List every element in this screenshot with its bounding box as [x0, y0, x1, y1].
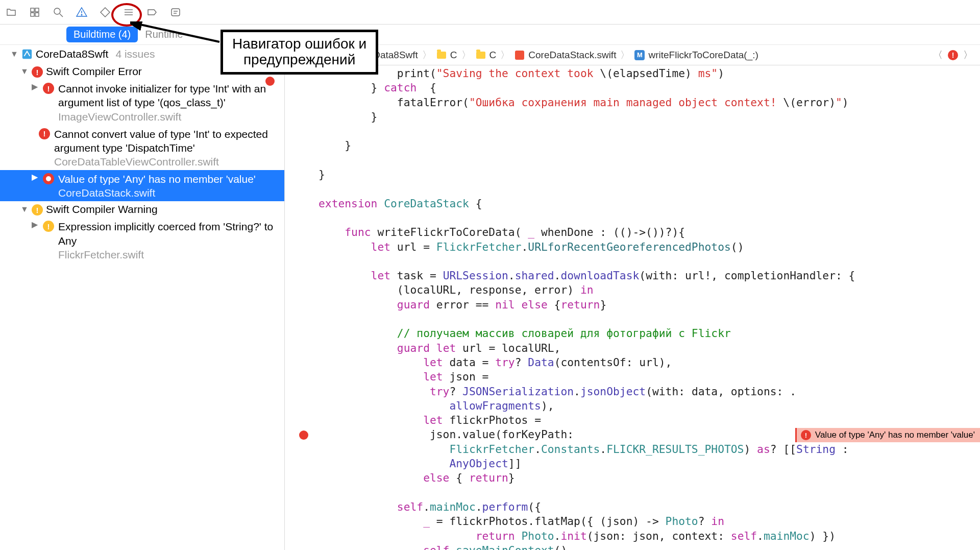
jb-folder1[interactable]: C [450, 50, 457, 61]
project-icon [338, 50, 349, 61]
code-editor[interactable]: ! Value of type 'Any' has no member 'val… [285, 65, 980, 550]
project-issue-count: 4 issues [115, 48, 155, 60]
project-row[interactable]: ▼ CoreData8Swft 4 issues [0, 45, 284, 63]
issue-row-selected[interactable]: ▶ Value of type 'Any' has no member 'val… [0, 170, 284, 201]
source-control-nav-icon[interactable] [29, 6, 41, 18]
svg-rect-18 [297, 51, 300, 54]
related-items-icon[interactable] [290, 50, 301, 61]
error-icon: ! [801, 430, 811, 440]
debug-nav-icon[interactable] [122, 6, 135, 18]
svg-rect-19 [292, 56, 295, 59]
svg-point-6 [54, 8, 60, 14]
next-issue-button[interactable]: 〉 [961, 49, 975, 62]
jb-project[interactable]: CoreData8Swft [352, 50, 418, 61]
svg-point-9 [81, 14, 82, 15]
chevron-down-icon[interactable]: ▼ [20, 205, 29, 214]
issue-row[interactable]: ▶ ! Cannot invoke initializer for type '… [0, 80, 284, 125]
method-icon: M [634, 50, 645, 61]
warning-group-title: Swift Compiler Warning [46, 203, 158, 216]
swift-file-icon [514, 50, 525, 61]
navigator-toolbar [0, 0, 980, 25]
inline-error-banner[interactable]: ! Value of type 'Any' has no member 'val… [795, 428, 980, 442]
warning-group-row[interactable]: ▼ ! Swift Compiler Warning [0, 201, 284, 218]
chevron-right-icon: 〉 [422, 49, 432, 62]
error-group-title: Swift Compiler Error [46, 65, 142, 78]
svg-rect-0 [31, 8, 34, 12]
issue-message: Value of type 'Any' has no member 'value… [58, 172, 280, 186]
find-nav-icon[interactable] [52, 6, 64, 18]
error-icon: ! [43, 83, 54, 94]
issue-message: Expression implicitly coerced from 'Stri… [58, 220, 280, 248]
chevron-right-icon: 〉 [461, 49, 471, 62]
jb-file[interactable]: CoreDataStack.swift [528, 50, 616, 61]
issue-file: FlickrFetcher.swift [58, 249, 280, 261]
issue-message: Cannot convert value of type 'Int' to ex… [54, 127, 280, 155]
scope-buildtime[interactable]: Buildtime (4) [66, 27, 138, 42]
project-name: CoreData8Swft [36, 48, 108, 60]
issue-file: CoreDataStack.swift [58, 187, 280, 199]
issue-message: Cannot invoke initializer for type 'Int'… [58, 82, 280, 110]
warning-icon: ! [43, 221, 54, 232]
issue-nav-icon[interactable] [76, 6, 88, 18]
issue-file: ImageViewController.swift [58, 111, 280, 123]
source-code: print("Saving the context took \(elapsed… [285, 65, 980, 550]
issue-row[interactable]: ! Cannot convert value of type 'Int' to … [0, 125, 284, 171]
svg-rect-2 [31, 13, 34, 16]
report-nav-icon[interactable] [169, 6, 182, 18]
jb-folder2[interactable]: C [489, 50, 497, 61]
issue-navigator: ▼ CoreData8Swft 4 issues ▼ ! Swift Compi… [0, 45, 285, 550]
svg-line-7 [60, 14, 63, 17]
svg-rect-20 [297, 56, 300, 59]
issue-file: CoreDataTableViewController.swift [54, 156, 280, 168]
error-icon: ! [39, 128, 50, 139]
folder-icon [475, 50, 486, 61]
error-badge-icon[interactable]: ! [948, 50, 958, 60]
warning-icon: ! [32, 204, 43, 216]
error-icon: ! [32, 66, 43, 78]
forward-button[interactable]: 〉 [321, 49, 335, 62]
back-button[interactable]: 〈 [304, 49, 318, 62]
chevron-right-icon: 〉 [620, 49, 630, 62]
chevron-right-icon[interactable]: ▶ [31, 172, 39, 182]
svg-rect-17 [292, 51, 295, 54]
project-nav-icon[interactable] [5, 6, 17, 18]
error-stop-icon [43, 173, 54, 184]
xcode-project-icon [21, 49, 33, 60]
chevron-down-icon[interactable]: ▼ [10, 50, 18, 59]
inline-error-text: Value of type 'Any' has no member 'value… [815, 430, 975, 440]
svg-rect-3 [35, 13, 39, 16]
svg-rect-13 [172, 9, 180, 16]
gutter-error-dot[interactable] [299, 431, 308, 440]
error-group-row[interactable]: ▼ ! Swift Compiler Error [0, 63, 284, 80]
breakpoint-nav-icon[interactable] [146, 6, 158, 18]
jb-method[interactable]: writeFlickrToCoreData(_:) [648, 50, 758, 61]
jump-bar: 〈 〉 CoreData8Swft 〉 C 〉 C 〉 CoreDataStac… [285, 45, 980, 65]
chevron-right-icon[interactable]: ▶ [31, 82, 39, 91]
chevron-down-icon[interactable]: ▼ [20, 67, 29, 76]
scope-runtime[interactable]: Runtime [145, 29, 183, 40]
test-nav-icon[interactable] [99, 6, 111, 18]
scope-bar: Buildtime (4) Runtime [0, 25, 980, 45]
svg-rect-1 [35, 8, 39, 12]
issue-row[interactable]: ▶ ! Expression implicitly coerced from '… [0, 218, 284, 263]
editor-area: 〈 〉 CoreData8Swft 〉 C 〉 C 〉 CoreDataStac… [285, 45, 980, 550]
chevron-right-icon[interactable]: ▶ [31, 220, 39, 229]
prev-issue-button[interactable]: 〈 [931, 49, 945, 62]
chevron-right-icon: 〉 [500, 49, 510, 62]
folder-icon [436, 50, 447, 61]
